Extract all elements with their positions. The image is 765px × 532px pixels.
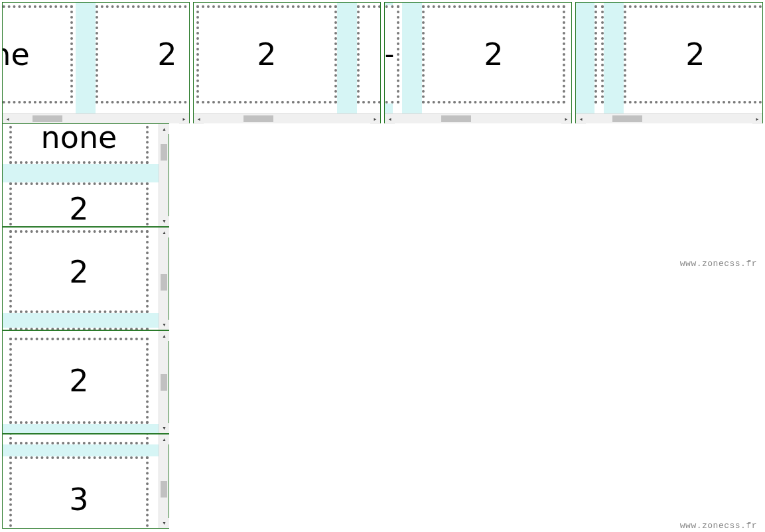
vertical-scrollbar[interactable]: ▴ ▾ xyxy=(159,331,169,433)
scroll-track[interactable] xyxy=(159,237,169,320)
dot-box: 3 xyxy=(9,456,149,528)
dot-box-sliver: - xyxy=(385,5,399,103)
gap-r xyxy=(402,3,422,113)
dot-box-top: none xyxy=(9,124,149,164)
scroll-track[interactable] xyxy=(159,341,169,423)
gap-l xyxy=(576,3,594,113)
viewport[interactable]: 2 xyxy=(576,3,762,113)
horizontal-scrollbar[interactable]: ◂ ▸ xyxy=(385,113,571,123)
dot-box-right xyxy=(357,5,380,103)
watermark: www.zonecss.fr xyxy=(680,521,757,531)
scroll-track[interactable] xyxy=(586,114,752,123)
dot-box-left: one xyxy=(3,5,73,103)
scroll-track[interactable] xyxy=(204,114,370,123)
dot-box: 2 xyxy=(9,230,149,313)
scroll-left-arrow-icon[interactable]: ◂ xyxy=(576,114,586,124)
horizontal-scrollbar[interactable]: ◂ ▸ xyxy=(576,113,762,123)
vertical-scrollbar[interactable]: ▴ ▾ xyxy=(159,228,169,330)
gap xyxy=(76,3,96,113)
gap xyxy=(3,444,159,456)
scroll-left-arrow-icon[interactable]: ◂ xyxy=(3,114,13,124)
scroll-thumb[interactable] xyxy=(161,144,167,161)
dot-box-next xyxy=(9,328,149,330)
gap xyxy=(3,164,159,182)
scroll-left-arrow-icon[interactable]: ◂ xyxy=(385,114,395,124)
dot-box-top-sliver xyxy=(9,434,149,444)
scroll-right-arrow-icon[interactable]: ▸ xyxy=(752,114,762,124)
scroll-left-arrow-icon[interactable]: ◂ xyxy=(194,114,204,124)
dot-box-bottom: 2 xyxy=(9,182,149,226)
scroll-right-arrow-icon[interactable]: ▸ xyxy=(561,114,571,124)
scroll-up-arrow-icon[interactable]: ▴ xyxy=(159,124,169,134)
viewport[interactable]: one 2 xyxy=(3,3,189,113)
scroll-thumb[interactable] xyxy=(161,481,167,498)
scroll-track[interactable] xyxy=(13,114,179,123)
viewport[interactable]: 2 xyxy=(3,228,159,330)
viewport[interactable]: none 2 xyxy=(3,124,159,226)
dot-box-right: 2 xyxy=(624,5,762,103)
example-panel-vertical-4: 3 ▴ ▾ xyxy=(2,434,169,529)
scroll-up-arrow-icon[interactable]: ▴ xyxy=(159,228,169,237)
example-panel-vertical-3: 2 ▴ ▾ xyxy=(2,330,169,434)
viewport[interactable]: 2 xyxy=(3,331,159,433)
scroll-up-arrow-icon[interactable]: ▴ xyxy=(159,331,169,341)
scroll-down-arrow-icon[interactable]: ▾ xyxy=(159,320,169,330)
scroll-thumb[interactable] xyxy=(243,115,273,122)
example-panel-horizontal-1: one 2 ◂ ▸ xyxy=(2,2,190,123)
dot-box-left: 2 xyxy=(196,5,337,103)
scroll-track[interactable] xyxy=(395,114,561,123)
scroll-thumb[interactable] xyxy=(33,115,62,122)
gap xyxy=(337,3,357,113)
viewport[interactable]: - 2 xyxy=(385,3,571,113)
scroll-track[interactable] xyxy=(159,134,169,216)
scroll-down-arrow-icon[interactable]: ▾ xyxy=(159,518,169,528)
gap xyxy=(3,424,159,433)
scroll-thumb[interactable] xyxy=(441,115,471,122)
scroll-thumb[interactable] xyxy=(612,115,642,122)
example-panel-vertical-1: none 2 ▴ ▾ xyxy=(2,123,169,227)
scroll-down-arrow-icon[interactable]: ▾ xyxy=(159,216,169,226)
example-panel-horizontal-4: 2 ◂ ▸ xyxy=(575,2,763,123)
dot-box-right: 2 xyxy=(96,5,189,103)
vertical-scrollbar[interactable]: ▴ ▾ xyxy=(159,434,169,528)
example-panel-horizontal-2: 2 ◂ ▸ xyxy=(193,2,381,123)
example-panel-vertical-2: 2 ▴ ▾ xyxy=(2,227,169,330)
vertical-scrollbar[interactable]: ▴ ▾ xyxy=(159,124,169,226)
horizontal-scrollbar[interactable]: ◂ ▸ xyxy=(194,113,380,123)
scroll-right-arrow-icon[interactable]: ▸ xyxy=(179,114,189,124)
viewport[interactable]: 2 xyxy=(194,3,380,113)
viewport[interactable]: 3 xyxy=(3,434,159,528)
scroll-thumb[interactable] xyxy=(161,274,167,291)
scroll-track[interactable] xyxy=(159,444,169,518)
dot-box-sliver xyxy=(594,5,604,103)
scroll-up-arrow-icon[interactable]: ▴ xyxy=(159,434,169,444)
horizontal-scrollbar[interactable]: ◂ ▸ xyxy=(3,113,189,123)
gap xyxy=(3,313,159,328)
dot-box-right: 2 xyxy=(422,5,565,103)
watermark: www.zonecss.fr xyxy=(680,259,757,269)
scroll-right-arrow-icon[interactable]: ▸ xyxy=(370,114,380,124)
example-panel-horizontal-3: - 2 ◂ ▸ xyxy=(384,2,572,123)
scroll-down-arrow-icon[interactable]: ▾ xyxy=(159,423,169,433)
gap-r xyxy=(604,3,624,113)
dot-box: 2 xyxy=(9,338,149,424)
scroll-thumb[interactable] xyxy=(161,374,167,391)
